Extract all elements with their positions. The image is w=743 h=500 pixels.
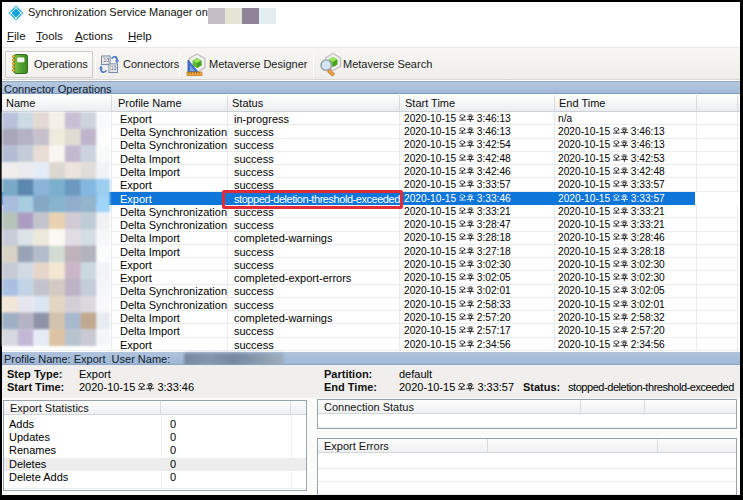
svg-text:10: 10 bbox=[103, 57, 109, 63]
svg-text:10: 10 bbox=[111, 65, 117, 71]
